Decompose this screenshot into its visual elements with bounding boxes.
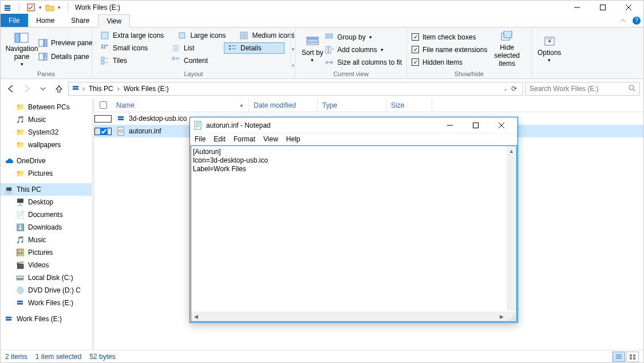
- qat-new-folder-icon[interactable]: [45, 3, 54, 12]
- tree-pictures[interactable]: 🖼️Pictures: [1, 246, 92, 259]
- up-button[interactable]: [52, 82, 66, 96]
- recent-locations-button[interactable]: [36, 82, 50, 96]
- notepad-titlebar[interactable]: autorun.inf - Notepad: [190, 117, 517, 133]
- layout-content[interactable]: Content: [168, 55, 217, 66]
- status-size: 52 bytes: [89, 353, 115, 361]
- tree-music-quick[interactable]: 🎵Music: [1, 113, 92, 126]
- details-pane-button[interactable]: Details pane: [38, 50, 93, 63]
- minimize-button[interactable]: [564, 1, 590, 14]
- address-dropdown[interactable]: ⌄: [503, 86, 508, 92]
- select-all-checkbox[interactable]: [100, 101, 107, 109]
- tree-work-files-root[interactable]: Work Files (E:): [1, 313, 92, 325]
- tree-between-pcs[interactable]: 📁Between PCs: [1, 101, 92, 113]
- row-checkbox[interactable]: [100, 128, 108, 135]
- column-type[interactable]: Type: [318, 98, 386, 112]
- titlebar: ▾ ▾ Work Files (E:): [1, 1, 643, 14]
- tree-local-disk[interactable]: Local Disk (C:): [1, 271, 92, 284]
- tree-pictures-onedrive[interactable]: 📁Pictures: [1, 167, 92, 180]
- notepad-icon: [193, 121, 203, 130]
- notepad-menu-edit[interactable]: Edit: [214, 135, 226, 143]
- svg-rect-12: [39, 53, 44, 60]
- svg-rect-62: [6, 317, 11, 318]
- help-button[interactable]: ?: [630, 14, 643, 27]
- tree-downloads[interactable]: ⬇️Downloads: [1, 221, 92, 234]
- tab-view[interactable]: View: [98, 14, 130, 27]
- tree-documents[interactable]: 📄Documents: [1, 208, 92, 221]
- add-columns-button[interactable]: +Add columns▾: [325, 44, 402, 56]
- layout-tiles[interactable]: Tiles: [97, 55, 161, 66]
- qat-properties-icon[interactable]: [26, 3, 35, 12]
- layout-extra-large[interactable]: Extra large icons: [97, 30, 167, 41]
- notepad-maximize-button[interactable]: [463, 119, 488, 132]
- layout-scroll-down[interactable]: ▼: [291, 47, 295, 52]
- notepad-menu-view[interactable]: View: [263, 135, 278, 143]
- checkbox-icon: [412, 46, 419, 53]
- tab-share[interactable]: Share: [63, 14, 98, 27]
- notepad-menu-file[interactable]: File: [195, 135, 206, 143]
- desktop-icon: 🖥️: [15, 198, 25, 207]
- search-icon: [628, 84, 636, 94]
- address-bar[interactable]: › This PC › Work Files (E:) ⌄ ⟳: [68, 82, 523, 96]
- hide-selected-button[interactable]: Hide selected items: [487, 30, 527, 69]
- svg-rect-46: [326, 46, 328, 53]
- svg-rect-11: [44, 40, 47, 46]
- forward-button[interactable]: [20, 82, 34, 96]
- tree-videos[interactable]: 🎬Videos: [1, 259, 92, 271]
- search-box[interactable]: Search Work Files (E:): [526, 82, 640, 96]
- notepad-close-button[interactable]: [488, 119, 514, 132]
- svg-rect-45: [326, 37, 333, 38]
- notepad-vertical-scrollbar[interactable]: ▲: [507, 146, 516, 311]
- notepad-menu-help[interactable]: Help: [286, 135, 301, 143]
- layout-list[interactable]: List: [168, 42, 217, 54]
- hidden-items-toggle[interactable]: Hidden items: [412, 56, 487, 69]
- tab-home[interactable]: Home: [28, 14, 63, 27]
- notepad-horizontal-scrollbar[interactable]: ◀▶: [191, 311, 507, 321]
- chevron-right-icon[interactable]: ›: [115, 85, 122, 93]
- close-button[interactable]: [615, 1, 641, 14]
- group-current-view-label: Current view: [300, 69, 402, 77]
- svg-rect-54: [73, 86, 78, 88]
- documents-icon: 📄: [15, 210, 25, 219]
- tree-dvd-drive[interactable]: 💿DVD Drive (D:) C: [1, 284, 92, 297]
- size-all-columns-button[interactable]: Size all columns to fit: [325, 56, 402, 69]
- layout-scroll-up[interactable]: ▲: [291, 31, 295, 36]
- layout-medium[interactable]: Medium icons: [236, 30, 298, 41]
- preview-pane-button[interactable]: Preview pane: [38, 37, 93, 49]
- status-selected: 1 item selected: [35, 353, 82, 361]
- large-icons-view-toggle[interactable]: [626, 352, 639, 362]
- tree-this-pc[interactable]: 💻This PC: [1, 183, 92, 196]
- tree-wallpapers[interactable]: 📁wallpapers: [1, 139, 92, 151]
- column-date[interactable]: Date modified: [249, 98, 318, 112]
- breadcrumb-current[interactable]: Work Files (E:): [122, 85, 171, 93]
- notepad-resize-grip[interactable]: [507, 311, 516, 321]
- tree-scrollbar[interactable]: [92, 98, 94, 350]
- layout-more[interactable]: ▾: [291, 63, 295, 68]
- layout-small[interactable]: Small icons: [97, 42, 161, 54]
- tree-desktop[interactable]: 🖥️Desktop: [1, 196, 92, 208]
- file-name-extensions-toggle[interactable]: File name extensions: [412, 44, 487, 56]
- layout-details[interactable]: Details: [224, 42, 285, 54]
- item-check-boxes-toggle[interactable]: Item check boxes: [412, 31, 487, 44]
- layout-large[interactable]: Large icons: [174, 30, 229, 41]
- sort-by-button[interactable]: Sort by▾: [300, 30, 325, 69]
- refresh-button[interactable]: ⟳: [508, 85, 520, 93]
- navigation-pane-button[interactable]: Navigation pane ▾: [5, 30, 38, 69]
- chevron-right-icon[interactable]: ›: [80, 85, 87, 93]
- tree-system32[interactable]: 📁System32: [1, 126, 92, 139]
- notepad-minimize-button[interactable]: [437, 119, 463, 132]
- notepad-menu-format[interactable]: Format: [234, 135, 255, 143]
- options-button[interactable]: Options▾: [536, 30, 562, 69]
- tab-file[interactable]: File: [1, 14, 28, 27]
- tree-onedrive[interactable]: OneDrive: [1, 155, 92, 167]
- notepad-text-area[interactable]: [Autorun] Icon=3d-desktop-usb.ico Label=…: [191, 145, 517, 322]
- tree-work-files[interactable]: Work Files (E:): [1, 297, 92, 309]
- tree-music[interactable]: 🎵Music: [1, 234, 92, 246]
- details-view-toggle[interactable]: [613, 352, 625, 362]
- back-button[interactable]: [4, 82, 18, 96]
- column-size[interactable]: Size: [386, 98, 432, 112]
- column-name[interactable]: Name▲: [112, 98, 249, 112]
- breadcrumb-this-pc[interactable]: This PC: [87, 85, 115, 93]
- minimize-ribbon-chevron[interactable]: [616, 14, 630, 27]
- maximize-button[interactable]: [590, 1, 615, 14]
- group-by-button[interactable]: Group by▾: [325, 31, 402, 44]
